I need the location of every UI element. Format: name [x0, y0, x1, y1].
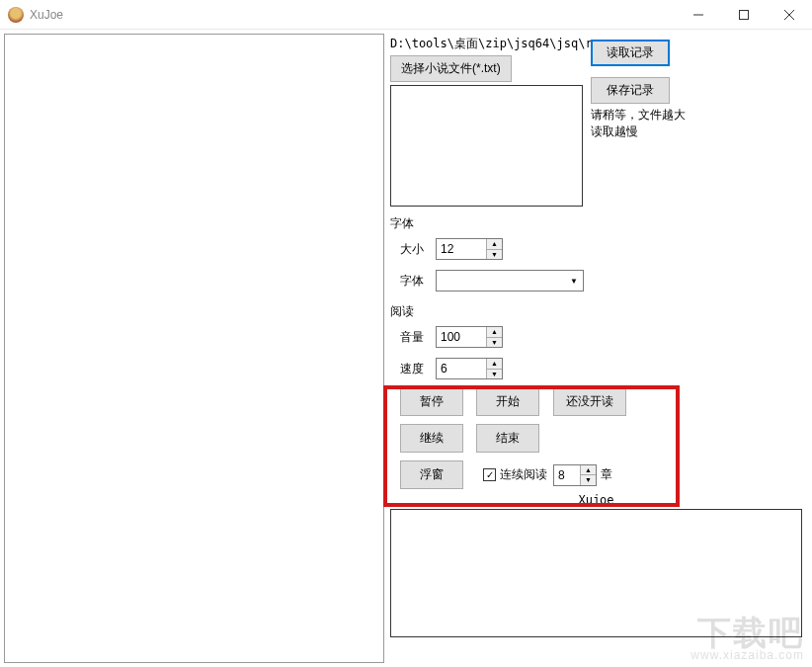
- minimize-icon: [693, 10, 703, 20]
- end-button[interactable]: 结束: [476, 424, 539, 453]
- control-row-3: 浮窗 ✓ 连续阅读 ▲▼ 章: [400, 460, 802, 489]
- continue-button[interactable]: 继续: [400, 424, 463, 453]
- volume-spinner[interactable]: ▲▼: [436, 326, 503, 348]
- novel-text-pane[interactable]: [4, 34, 384, 663]
- size-label: 大小: [400, 241, 436, 258]
- chevron-down-icon: ▼: [565, 271, 583, 291]
- maximize-button[interactable]: [721, 0, 767, 30]
- continuous-checkbox[interactable]: ✓: [483, 468, 496, 481]
- output-textarea[interactable]: [390, 509, 802, 637]
- read-record-button[interactable]: 读取记录: [591, 40, 670, 66]
- speed-input[interactable]: [437, 359, 486, 378]
- minimize-button[interactable]: [676, 0, 721, 30]
- speed-label: 速度: [400, 361, 436, 377]
- pause-button[interactable]: 暂停: [400, 387, 463, 416]
- content-area: D:\tools\桌面\zip\jsq64\jsq\re: 选择小说文件(*.t…: [0, 30, 812, 667]
- svg-rect-1: [740, 10, 749, 19]
- spin-up-icon[interactable]: ▲: [581, 465, 596, 476]
- font-section-header: 字体: [390, 215, 802, 232]
- size-input[interactable]: [437, 239, 486, 259]
- chapter-spinner[interactable]: ▲▼: [553, 464, 597, 486]
- spin-down-icon[interactable]: ▼: [581, 475, 596, 485]
- file-cluster: D:\tools\桌面\zip\jsq64\jsq\re: 选择小说文件(*.t…: [390, 36, 802, 204]
- spin-down-icon[interactable]: ▼: [487, 338, 502, 348]
- wait-hint: 请稍等，文件越大读取越慢: [591, 107, 690, 140]
- window-controls: [676, 0, 812, 30]
- save-record-button[interactable]: 保存记录: [591, 77, 670, 104]
- titlebar: XuJoe: [0, 0, 812, 30]
- read-section-header: 阅读: [390, 303, 802, 320]
- size-spinner[interactable]: ▲▼: [436, 238, 503, 260]
- control-row-1: 暂停 开始 还没开读: [400, 387, 802, 416]
- font-value: [437, 271, 565, 291]
- spin-up-icon[interactable]: ▲: [487, 239, 502, 250]
- chapter-input[interactable]: [554, 465, 580, 485]
- font-combobox[interactable]: ▼: [436, 270, 584, 292]
- float-window-button[interactable]: 浮窗: [400, 460, 463, 489]
- volume-label: 音量: [400, 329, 436, 346]
- volume-input[interactable]: [437, 327, 486, 347]
- author-label: Xujoe: [390, 493, 802, 507]
- speed-spinner[interactable]: ▲▼: [436, 358, 503, 379]
- app-icon: [8, 7, 24, 23]
- spin-down-icon[interactable]: ▼: [487, 370, 502, 379]
- control-row-2: 继续 结束: [400, 424, 802, 453]
- start-button[interactable]: 开始: [476, 387, 539, 416]
- settings-pane: D:\tools\桌面\zip\jsq64\jsq\re: 选择小说文件(*.t…: [384, 30, 812, 667]
- maximize-icon: [739, 10, 749, 20]
- spin-up-icon[interactable]: ▲: [487, 359, 502, 370]
- close-icon: [784, 10, 794, 20]
- spin-down-icon[interactable]: ▼: [487, 250, 502, 260]
- window-title: XuJoe: [30, 8, 63, 22]
- not-started-button[interactable]: 还没开读: [553, 387, 626, 416]
- close-button[interactable]: [767, 0, 812, 30]
- continuous-label: 连续阅读: [500, 466, 547, 483]
- spin-up-icon[interactable]: ▲: [487, 327, 502, 338]
- select-file-button[interactable]: 选择小说文件(*.txt): [390, 55, 512, 82]
- preview-textarea[interactable]: [390, 85, 583, 207]
- font-label: 字体: [400, 273, 436, 290]
- chapter-suffix: 章: [601, 466, 612, 483]
